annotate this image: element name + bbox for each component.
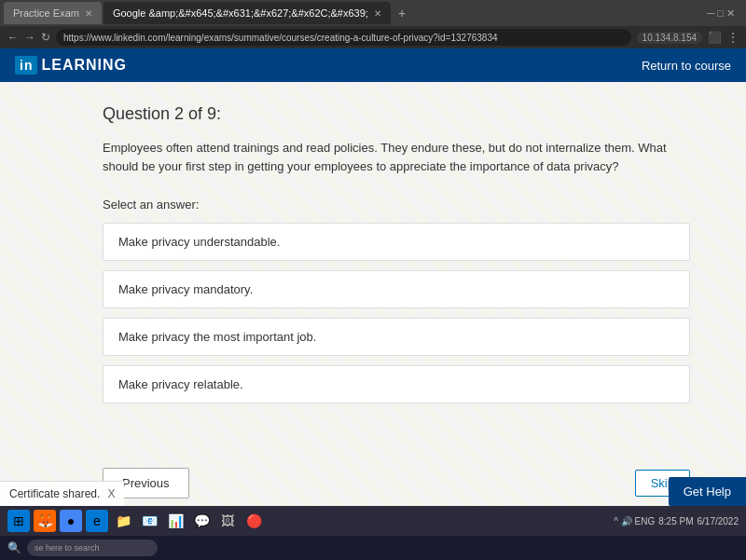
tab-label: Google &amp;&#x645;&#x631;&#x627;&#x62C;… (113, 7, 368, 19)
li-logo-text: LEARNING (41, 57, 127, 74)
new-tab-button[interactable]: + (393, 6, 411, 20)
question-title: Question 2 of 9: (103, 104, 690, 124)
answer-option-4[interactable]: Make privacy relatable. (103, 365, 690, 403)
search-placeholder: se here to search (35, 543, 100, 553)
taskbar-app-4[interactable]: 💬 (190, 510, 213, 532)
certificate-notification: Certificate shared. X (0, 481, 124, 506)
date: 6/17/2022 (698, 516, 739, 526)
browser-chrome: Practice Exam ✕ Google &amp;&#x645;&#x63… (0, 0, 746, 48)
taskbar-app-1[interactable]: 📁 (112, 510, 134, 532)
url-text: https://www.linkedin.com/learning/exams/… (63, 33, 498, 43)
window-controls: ─ □ ✕ (707, 7, 735, 20)
tab-close-icon[interactable]: ✕ (85, 8, 92, 19)
ip-display: 10.134.8.154 (637, 32, 702, 44)
cert-text: Certificate shared. (9, 487, 100, 500)
taskbar-top: ⊞ 🦊 ● e 📁 📧 📊 💬 🖼 🔴 ^ 🔊 ENG 8:25 PM 6/17… (0, 506, 746, 536)
answer-option-1[interactable]: Make privacy understandable. (103, 223, 690, 261)
edge-icon[interactable]: e (86, 510, 108, 532)
firefox-icon[interactable]: 🦊 (34, 510, 56, 532)
cert-close-button[interactable]: X (107, 487, 115, 500)
li-logo: in LEARNING (15, 56, 127, 75)
taskbar-app-3[interactable]: 📊 (164, 510, 186, 532)
system-tray: ^ 🔊 ENG 8:25 PM 6/17/2022 (614, 516, 739, 526)
start-icon[interactable]: ⊞ (7, 510, 30, 532)
select-answer-label: Select an answer: (103, 198, 690, 212)
taskbar-app-5[interactable]: 🖼 (216, 510, 239, 532)
taskbar-icons: ⊞ 🦊 ● e 📁 📧 📊 💬 🖼 🔴 (7, 510, 608, 532)
answer-option-2[interactable]: Make privacy mandatory. (103, 270, 690, 308)
li-header: in LEARNING Return to course (0, 48, 746, 82)
answer-options: Make privacy understandable. Make privac… (103, 223, 690, 403)
address-bar: ← → ↻ https://www.linkedin.com/learning/… (0, 26, 746, 48)
tab-close-active-icon[interactable]: ✕ (374, 8, 381, 19)
extensions-icon[interactable]: ⬛ (708, 31, 722, 44)
tab-practice-exam[interactable]: Practice Exam ✕ (4, 2, 102, 24)
tray-icons: ^ 🔊 ENG (614, 516, 655, 526)
return-to-course-link[interactable]: Return to course (642, 59, 731, 73)
get-help-button[interactable]: Get Help (669, 477, 746, 506)
taskbar-bottom: 🔍 se here to search (0, 536, 746, 560)
answer-option-3[interactable]: Make privacy the most important job. (103, 318, 690, 356)
chrome-icon[interactable]: ● (60, 510, 82, 532)
taskbar: ⊞ 🦊 ● e 📁 📧 📊 💬 🖼 🔴 ^ 🔊 ENG 8:25 PM 6/17… (0, 506, 746, 560)
question-text: Employees often attend trainings and rea… (103, 139, 690, 175)
url-input[interactable]: https://www.linkedin.com/learning/exams/… (56, 29, 631, 46)
taskbar-app-6[interactable]: 🔴 (242, 510, 265, 532)
tab-label: Practice Exam (13, 7, 79, 19)
forward-button[interactable]: → (24, 31, 35, 44)
back-button[interactable]: ← (7, 31, 19, 44)
refresh-button[interactable]: ↻ (41, 31, 50, 44)
browser-icons: ⬛ ⋮ (708, 31, 739, 44)
taskbar-app-2[interactable]: 📧 (138, 510, 160, 532)
tab-google[interactable]: Google &amp;&#x645;&#x631;&#x627;&#x62C;… (104, 2, 391, 24)
search-icon: 🔍 (4, 538, 24, 558)
li-logo-box: in (15, 56, 37, 75)
tab-bar: Practice Exam ✕ Google &amp;&#x645;&#x63… (0, 0, 746, 26)
settings-icon[interactable]: ⋮ (727, 31, 739, 44)
taskbar-search[interactable]: se here to search (27, 540, 158, 556)
clock: 8:25 PM (658, 516, 693, 526)
